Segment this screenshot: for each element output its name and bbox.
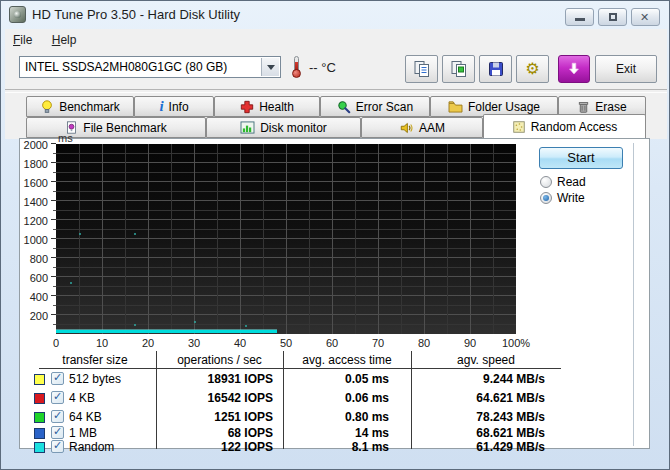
tab-label: Folder Usage <box>468 100 540 114</box>
row-access: 0.80 ms <box>283 410 411 424</box>
y-axis-label: 1800 <box>24 158 48 170</box>
x-axis-label: 80 <box>418 337 430 349</box>
gridline-v <box>194 144 195 334</box>
gridline-v <box>309 144 310 334</box>
copy-image-button[interactable] <box>442 55 475 83</box>
write-radio[interactable] <box>540 192 552 204</box>
row-checkbox[interactable] <box>51 372 64 385</box>
tab-disk-monitor[interactable]: Disk monitor <box>206 117 361 138</box>
series-swatch <box>34 374 45 385</box>
tab-health[interactable]: Health <box>214 96 320 117</box>
tab-aam[interactable]: AAM <box>361 117 483 138</box>
write-label: Write <box>557 191 585 205</box>
series-swatch <box>34 428 45 439</box>
drive-select-value: INTEL SSDSA2MH080G1GC (80 GB) <box>25 60 227 74</box>
exit-button[interactable]: Exit <box>595 55 657 83</box>
gridline-v <box>355 144 356 334</box>
tab-label: File Benchmark <box>83 121 166 135</box>
noise-dot <box>194 321 196 323</box>
maximize-button[interactable] <box>598 8 627 26</box>
download-button[interactable] <box>558 55 590 83</box>
noise-dot <box>134 233 136 235</box>
tab-info[interactable]: i Info <box>134 96 214 117</box>
gridline-v <box>263 144 264 334</box>
col-header-avg-speed: agv. speed <box>411 353 561 367</box>
row-speed: 9.244 MB/s <box>411 372 561 386</box>
tab-label: Info <box>169 100 189 114</box>
menu-help[interactable]: Help <box>44 31 85 49</box>
y-axis-label: 400 <box>30 291 48 303</box>
save-button[interactable] <box>479 55 512 83</box>
row-ops: 122 IOPS <box>156 440 283 454</box>
read-option[interactable]: Read <box>540 175 586 189</box>
x-axis-label: 0 <box>53 337 59 349</box>
row-access: 14 ms <box>283 426 411 440</box>
noise-dot <box>70 282 72 284</box>
start-button[interactable]: Start <box>539 147 623 169</box>
tab-label: Erase <box>595 100 626 114</box>
gridline-v <box>401 144 402 334</box>
gridline-v <box>125 144 126 334</box>
tab-benchmark[interactable]: Benchmark <box>26 96 134 117</box>
row-speed: 64.621 MB/s <box>411 391 561 405</box>
table-header-rule <box>39 368 561 369</box>
drive-select[interactable]: INTEL SSDSA2MH080G1GC (80 GB) <box>19 56 281 78</box>
copy-text-button[interactable] <box>405 55 438 83</box>
y-axis-label: 1400 <box>24 196 48 208</box>
x-axis-label: 70 <box>372 337 384 349</box>
tab-file-benchmark[interactable]: File Benchmark <box>26 117 206 138</box>
noise-dot <box>79 233 81 235</box>
table-row: 64 KB 1251 IOPS 0.80 ms 78.243 MB/s <box>1 410 650 426</box>
y-axis-label: 800 <box>30 253 48 265</box>
menu-bar: File Help <box>5 31 84 50</box>
y-axis-label: 600 <box>30 272 48 284</box>
read-radio[interactable] <box>540 176 552 188</box>
title-bar[interactable]: HD Tune Pro 3.50 - Hard Disk Utility ✕ <box>1 1 669 29</box>
y-axis-unit-label: ms <box>58 132 73 144</box>
menu-file[interactable]: File <box>5 31 40 49</box>
gridline-v <box>447 144 448 334</box>
gridline-v <box>240 144 241 334</box>
x-axis-label: 100% <box>502 337 530 349</box>
table-row: 512 bytes 18931 IOPS 0.05 ms 9.244 MB/s <box>1 372 650 388</box>
tab-error-scan[interactable]: Error Scan <box>320 96 430 117</box>
tab-random-access[interactable]: Random Access <box>483 114 646 138</box>
row-ops: 16542 IOPS <box>156 391 283 405</box>
y-axis-label: 1000 <box>24 234 48 246</box>
row-access: 8.1 ms <box>283 440 411 454</box>
copy-text-icon <box>413 60 431 78</box>
row-checkbox[interactable] <box>51 410 64 423</box>
magnifier-icon <box>337 100 351 114</box>
minimize-icon <box>575 18 585 21</box>
folder-icon <box>448 100 463 113</box>
gridline-v <box>424 144 425 334</box>
col-header-operations: operations / sec <box>156 353 283 367</box>
row-checkbox[interactable] <box>51 440 64 453</box>
table-row: Random 122 IOPS 8.1 ms 61.429 MB/s <box>1 440 650 456</box>
row-speed: 78.243 MB/s <box>411 410 561 424</box>
row-speed: 61.429 MB/s <box>411 440 561 454</box>
trash-icon <box>577 100 590 114</box>
temperature-readout: -- °C <box>309 60 336 75</box>
write-option[interactable]: Write <box>540 191 585 205</box>
row-label: 64 KB <box>69 410 102 424</box>
toolbar-divider <box>5 89 667 93</box>
copy-image-icon <box>450 60 468 78</box>
row-checkbox[interactable] <box>51 426 64 439</box>
app-icon <box>9 6 26 23</box>
row-checkbox[interactable] <box>51 391 64 404</box>
window-title: HD Tune Pro 3.50 - Hard Disk Utility <box>32 7 240 22</box>
y-axis-label: 200 <box>30 310 48 322</box>
options-button[interactable]: ⚙ <box>516 55 549 83</box>
speckled-square-icon <box>512 120 526 134</box>
y-axis-label: 1600 <box>24 177 48 189</box>
row-label: 4 KB <box>69 391 95 405</box>
close-button[interactable]: ✕ <box>631 8 660 26</box>
chevron-down-icon[interactable] <box>261 58 279 76</box>
row-ops: 1251 IOPS <box>156 410 283 424</box>
health-cross-icon <box>240 100 254 114</box>
gridline-v <box>378 144 379 334</box>
read-label: Read <box>557 175 586 189</box>
series-swatch <box>34 412 45 423</box>
minimize-button[interactable] <box>565 8 594 26</box>
